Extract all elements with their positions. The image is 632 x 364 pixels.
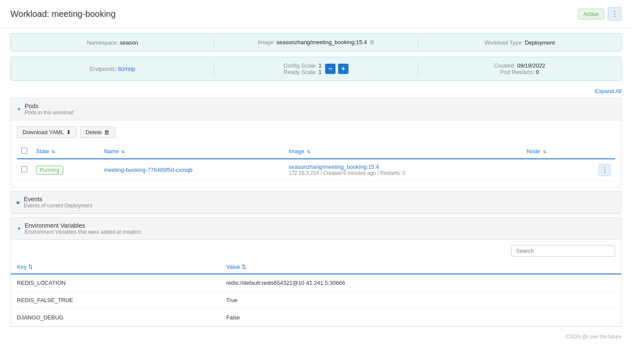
state-sort-icon: ⇅ xyxy=(52,149,55,154)
footer-watermark: CSDN @i see the future xyxy=(0,330,632,343)
decrement-scale-button[interactable]: − xyxy=(325,64,335,74)
workload-type-value: Deployment xyxy=(525,39,555,46)
key-column-header[interactable]: Key ⇅ xyxy=(11,260,220,274)
node-column-header[interactable]: Node ⇅ xyxy=(522,144,576,159)
pods-section-subtitle: Pods in this workload xyxy=(25,110,74,116)
row-checkbox[interactable] xyxy=(21,166,27,172)
env-section-subtitle: Environment Variables that were added at… xyxy=(25,229,142,235)
increment-scale-button[interactable]: + xyxy=(338,64,348,74)
expand-all-bar: Expand All xyxy=(0,86,632,98)
name-cell: meeting-booking-776489f5d-cxmqb xyxy=(100,159,284,181)
row-more-button[interactable]: ⋮ xyxy=(599,164,611,176)
endpoints-label: Endpoints: xyxy=(90,66,116,72)
header-actions: Active ⋮ xyxy=(578,7,622,21)
env-section: ▼ Environment Variables Environment Vari… xyxy=(10,217,622,327)
page-title: Workload: meeting-booking xyxy=(10,9,116,19)
pods-table: State ⇅ Name ⇅ Image ⇅ Node ⇅ xyxy=(17,144,615,181)
value-column-header[interactable]: Value ⇅ xyxy=(220,260,621,274)
created-item: Created: 09/19/2022 Pod Restarts: 0 xyxy=(418,62,621,75)
created-value: 09/19/2022 xyxy=(517,62,545,69)
endpoints-item: Endpoints: 80/http xyxy=(11,66,214,72)
namespace-item: Namespace: season xyxy=(11,39,214,46)
copy-icon[interactable]: ⧉ xyxy=(370,39,374,45)
pods-table-header-row: State ⇅ Name ⇅ Image ⇅ Node ⇅ xyxy=(17,144,615,159)
workload-type-label: Workload Type: xyxy=(484,39,523,46)
pods-section-body: Download YAML ⬇ Delete 🗑 State ⇅ xyxy=(11,120,621,187)
env-value-cell: True xyxy=(220,292,621,309)
events-section-header[interactable]: ▶ Events Events of current Deployment xyxy=(11,191,621,213)
state-cell: Running xyxy=(32,159,100,181)
events-section-subtitle: Events of current Deployment xyxy=(24,203,92,209)
row-checkbox-cell xyxy=(17,159,32,181)
actions-column-header xyxy=(576,144,615,159)
row-actions-cell: ⋮ xyxy=(576,159,615,181)
namespace-value: season xyxy=(120,39,138,46)
events-expand-icon: ▶ xyxy=(17,200,20,205)
scale-info: Config Scale: 1 Ready Scale: 1 xyxy=(284,62,322,75)
env-section-header[interactable]: ▼ Environment Variables Environment Vari… xyxy=(11,218,621,240)
watermark-text: CSDN @i see the future xyxy=(566,334,622,340)
env-key-cell: DJANGO_DEBUG xyxy=(11,309,220,326)
env-value-cell: False xyxy=(220,309,621,326)
pods-section-title-group: Pods Pods in this workload xyxy=(25,103,74,116)
image-cell: seasonzhang/meeting_booking:15.4 172.16.… xyxy=(284,159,522,181)
select-all-header xyxy=(17,144,32,159)
delete-label: Delete xyxy=(86,129,102,135)
pod-restarts-value: 0 xyxy=(536,69,539,75)
image-label: Image: xyxy=(258,39,275,45)
pods-section-title: Pods xyxy=(25,103,74,110)
expand-all-link[interactable]: Expand All xyxy=(595,88,622,94)
events-section-title: Events xyxy=(24,196,92,203)
pod-restarts-label: Pod Restarts: xyxy=(500,69,535,75)
state-column-header[interactable]: State ⇅ xyxy=(32,144,100,159)
pods-section: ▼ Pods Pods in this workload Download YA… xyxy=(10,98,622,187)
created-label: Created: xyxy=(494,62,516,69)
image-column-header[interactable]: Image ⇅ xyxy=(284,144,522,159)
select-all-checkbox[interactable] xyxy=(21,148,27,154)
info-bar-1: Namespace: season Image: seasonzhang/mee… xyxy=(10,33,622,52)
running-badge: Running xyxy=(36,166,63,174)
endpoints-value[interactable]: 80/http xyxy=(118,66,135,72)
key-sort-icon: ⇅ xyxy=(28,264,33,270)
page-header: Workload: meeting-booking Active ⋮ xyxy=(0,0,632,28)
env-section-title: Environment Variables xyxy=(25,222,142,229)
namespace-label: Namespace: xyxy=(87,39,118,46)
env-table-row: DJANGO_DEBUG False xyxy=(11,309,621,326)
env-table-row: REDIS_LOCATION redis://default:redis6543… xyxy=(11,274,621,292)
env-collapse-icon: ▼ xyxy=(17,226,21,231)
delete-button[interactable]: Delete 🗑 xyxy=(80,126,116,138)
more-actions-button[interactable]: ⋮ xyxy=(608,7,622,21)
config-scale-value: 1 xyxy=(319,62,322,69)
env-table: Key ⇅ Value ⇅ REDIS_LOCATION redis://def… xyxy=(11,260,621,326)
pods-section-header[interactable]: ▼ Pods Pods in this workload xyxy=(11,98,621,120)
pod-name-link[interactable]: meeting-booking-776489f5d-cxmqb xyxy=(104,167,193,173)
ready-scale-value: 1 xyxy=(319,69,322,75)
env-section-body: Key ⇅ Value ⇅ REDIS_LOCATION redis://def… xyxy=(11,240,621,326)
env-value-cell: redis://default:redis654321@10.41.241.5:… xyxy=(220,274,621,292)
workload-type-item: Workload Type: Deployment xyxy=(418,39,621,46)
image-sort-icon: ⇅ xyxy=(307,149,310,154)
pod-image-main: seasonzhang/meeting_booking:15.4 xyxy=(289,164,518,170)
status-badge: Active xyxy=(578,9,604,19)
env-search-bar xyxy=(11,240,621,260)
ready-scale-label: Ready Scale: xyxy=(284,69,317,75)
value-sort-icon: ⇅ xyxy=(242,264,246,270)
download-yaml-button[interactable]: Download YAML ⬇ xyxy=(17,126,77,138)
node-cell xyxy=(522,159,576,181)
pods-collapse-icon: ▼ xyxy=(17,107,21,112)
name-sort-icon: ⇅ xyxy=(121,149,125,154)
download-icon: ⬇ xyxy=(66,129,71,135)
env-key-cell: REDIS_LOCATION xyxy=(11,274,220,292)
name-column-header[interactable]: Name ⇅ xyxy=(100,144,284,159)
trash-icon: 🗑 xyxy=(104,129,110,135)
pods-toolbar: Download YAML ⬇ Delete 🗑 xyxy=(17,126,615,138)
env-search-input[interactable] xyxy=(511,245,615,257)
env-section-title-group: Environment Variables Environment Variab… xyxy=(25,222,142,235)
scale-controls: − + xyxy=(325,64,348,74)
scale-item: Config Scale: 1 Ready Scale: 1 − + xyxy=(214,62,417,75)
pod-image-sub: 172.16.3.224 / Created 6 minutes ago / R… xyxy=(289,170,518,176)
env-key-cell: REDIS_FALSE_TRUE xyxy=(11,292,220,309)
image-value: seasonzhang/meeting_booking:15.4 xyxy=(277,39,367,45)
info-bar-2: Endpoints: 80/http Config Scale: 1 Ready… xyxy=(10,57,622,81)
table-row: Running meeting-booking-776489f5d-cxmqb … xyxy=(17,159,615,181)
